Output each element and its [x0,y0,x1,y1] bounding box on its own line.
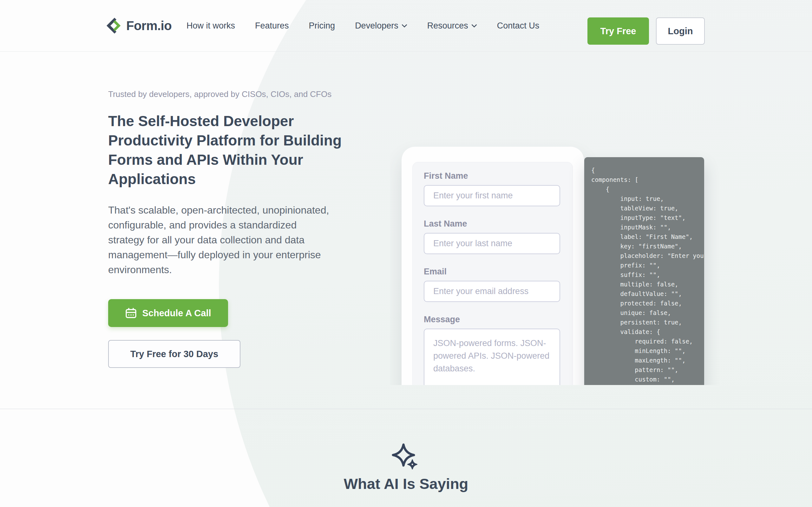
first-name-label: First Name [424,170,560,181]
hero-eyebrow: Trusted by developers, approved by CISOs… [108,89,332,99]
email-input[interactable] [424,281,560,302]
chevron-down-icon [402,24,407,27]
login-button[interactable]: Login [656,17,705,45]
email-label: Email [424,266,560,277]
hero-title: The Self-Hosted Developer Productivity P… [108,112,342,189]
nav-resources[interactable]: Resources [427,21,477,31]
main-nav: How it works Features Pricing Developers… [187,0,539,51]
form-preview-panel: First Name Last Name Email Message [412,162,573,385]
first-name-input[interactable] [424,185,560,206]
brand-name: Form.io [126,19,171,33]
hero-description: That's scalable, open-architected, unopi… [108,203,329,277]
formio-landing-page: Form.io How it works Features Pricing De… [0,0,812,507]
brand-logo[interactable]: Form.io [106,18,171,34]
message-textarea[interactable] [424,329,560,385]
last-name-label: Last Name [424,218,560,229]
try-free-30-days-button[interactable]: Try Free for 30 Days [108,340,241,368]
nav-developers[interactable]: Developers [355,21,407,31]
calendar-icon [125,307,137,319]
schedule-call-label: Schedule A Call [142,308,211,319]
code-preview-panel: { components: [ { input: true, tableView… [584,157,704,385]
formio-logo-icon [106,18,122,34]
try-free-button[interactable]: Try Free [588,17,649,45]
schedule-call-button[interactable]: Schedule A Call [108,299,228,327]
hero-mockup: First Name Last Name Email Message { com… [390,139,720,385]
ai-section-heading: What AI Is Saying [0,475,812,493]
ai-section: What AI Is Saying [0,409,812,507]
header: Form.io How it works Features Pricing De… [0,0,812,52]
form-json-code: { components: [ { input: true, tableView… [584,157,704,384]
message-label: Message [424,314,560,325]
nav-pricing[interactable]: Pricing [309,21,335,31]
sparkle-icon [392,443,420,476]
nav-contact-us[interactable]: Contact Us [497,21,540,31]
nav-features[interactable]: Features [255,21,289,31]
chevron-down-icon [471,24,477,27]
nav-how-it-works[interactable]: How it works [187,21,235,31]
last-name-input[interactable] [424,233,560,254]
